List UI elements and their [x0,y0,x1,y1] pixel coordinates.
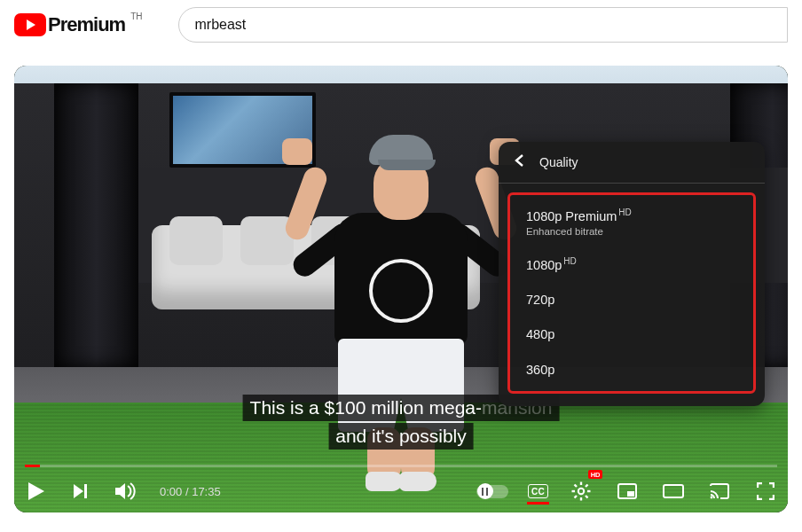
quality-menu: Quality 1080p PremiumHD Enhanced bitrate… [499,142,765,406]
svg-line-11 [586,496,588,498]
svg-point-5 [578,489,584,494]
quality-option-720p[interactable]: 720p [510,283,753,317]
fullscreen-button[interactable] [752,475,779,507]
autoplay-toggle[interactable] [476,485,508,498]
svg-rect-15 [627,491,634,497]
captions-button[interactable]: CC [528,475,548,507]
search-input[interactable] [178,7,789,43]
progress-bar[interactable] [25,465,777,467]
svg-line-10 [575,485,578,488]
svg-line-13 [586,485,588,488]
time-display: 0:00 / 17:35 [160,485,221,498]
quality-option-480p[interactable]: 480p [510,317,753,352]
quality-menu-title: Quality [539,155,578,169]
svg-marker-2 [74,484,83,498]
logo-text: Premium [48,13,125,36]
svg-line-12 [575,496,578,498]
svg-marker-1 [28,482,44,500]
quality-options-highlight: 1080p PremiumHD Enhanced bitrate 1080pHD… [507,192,756,394]
miniplayer-button[interactable] [614,475,641,507]
play-button[interactable] [23,475,50,507]
svg-rect-3 [84,484,87,498]
quality-option-1080p-premium[interactable]: 1080p PremiumHD Enhanced bitrate [510,199,753,247]
svg-rect-16 [664,485,683,497]
hd-badge-icon: HD [588,470,602,479]
svg-marker-0 [27,20,35,30]
video-player[interactable]: This is a $100 million mega-mansion and … [14,66,788,512]
svg-point-17 [711,497,713,499]
youtube-icon [14,13,46,36]
cast-button[interactable] [706,475,733,507]
logo-country: TH [130,12,142,21]
svg-marker-4 [115,483,125,499]
theater-button[interactable] [660,475,687,507]
volume-button[interactable] [112,475,138,507]
logo[interactable]: Premium TH [14,13,143,36]
next-button[interactable] [67,475,94,507]
settings-button[interactable]: HD [568,475,594,507]
search-bar [178,7,789,43]
quality-back-button[interactable] [515,154,525,170]
player-controls: 0:00 / 17:35 CC HD [14,465,788,512]
quality-option-360p[interactable]: 360p [510,353,753,387]
caption-line-2: and it's possibly [328,423,474,450]
header: Premium TH [0,0,802,53]
quality-option-1080p[interactable]: 1080pHD [510,247,753,283]
